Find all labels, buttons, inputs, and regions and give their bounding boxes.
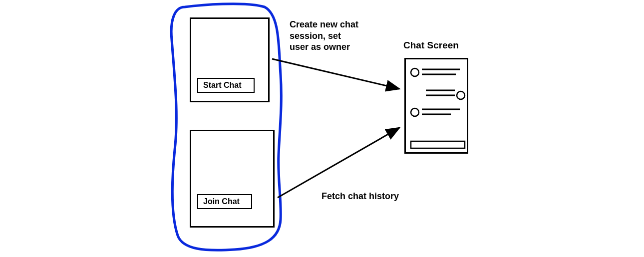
screen-start-chat: Start Chat (190, 17, 270, 102)
svg-rect-9 (411, 141, 465, 148)
chat-screen-wireframe (406, 59, 470, 155)
svg-point-6 (411, 108, 419, 116)
start-chat-button-label: Start Chat (203, 81, 241, 89)
join-chat-button[interactable]: Join Chat (197, 194, 252, 209)
svg-point-0 (411, 68, 419, 76)
svg-line-11 (272, 59, 399, 89)
chat-screen-title: Chat Screen (403, 40, 459, 51)
start-chat-button[interactable]: Start Chat (197, 78, 255, 93)
svg-line-12 (278, 128, 399, 198)
annotation-fetch: Fetch chat history (322, 191, 431, 202)
join-chat-button-label: Join Chat (203, 197, 240, 206)
annotation-create: Create new chat session, set user as own… (290, 19, 389, 53)
chat-screen-mock (404, 58, 468, 154)
diagram-canvas: { "left": { "start_box": { "button_label… (0, 0, 644, 257)
svg-point-3 (457, 91, 465, 99)
screen-join-chat: Join Chat (190, 130, 275, 228)
